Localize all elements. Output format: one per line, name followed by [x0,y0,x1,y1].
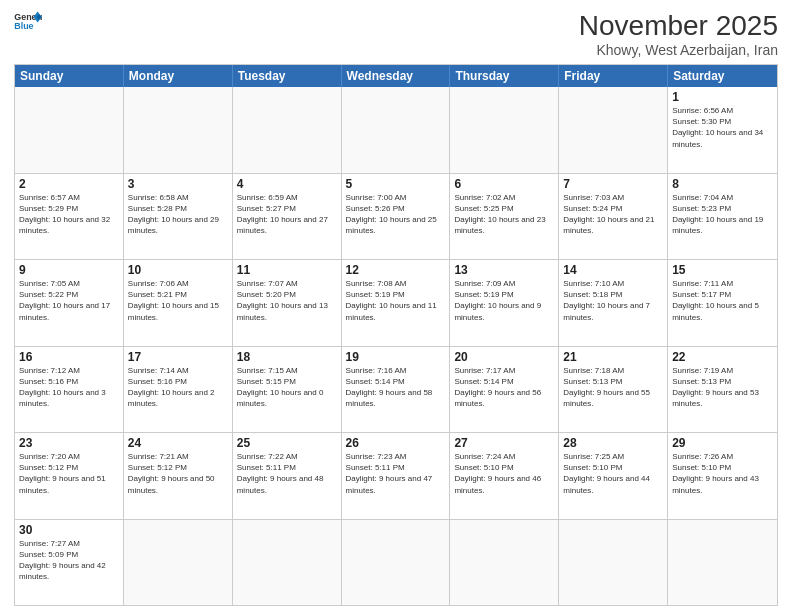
day-number: 7 [563,177,663,191]
day-info: Sunrise: 7:07 AM Sunset: 5:20 PM Dayligh… [237,278,337,323]
calendar-row-4: 23Sunrise: 7:20 AM Sunset: 5:12 PM Dayli… [15,432,777,519]
day-number: 3 [128,177,228,191]
calendar-cell: 17Sunrise: 7:14 AM Sunset: 5:16 PM Dayli… [124,347,233,433]
day-number: 10 [128,263,228,277]
day-number: 15 [672,263,773,277]
calendar-cell: 29Sunrise: 7:26 AM Sunset: 5:10 PM Dayli… [668,433,777,519]
calendar-cell [450,87,559,173]
calendar-cell: 22Sunrise: 7:19 AM Sunset: 5:13 PM Dayli… [668,347,777,433]
title-block: November 2025 Khowy, West Azerbaijan, Ir… [579,10,778,58]
day-info: Sunrise: 6:59 AM Sunset: 5:27 PM Dayligh… [237,192,337,237]
calendar-cell: 14Sunrise: 7:10 AM Sunset: 5:18 PM Dayli… [559,260,668,346]
generalblue-logo-icon: General Blue [14,10,42,32]
day-info: Sunrise: 7:15 AM Sunset: 5:15 PM Dayligh… [237,365,337,410]
calendar-row-0: 1Sunrise: 6:56 AM Sunset: 5:30 PM Daylig… [15,87,777,173]
day-number: 13 [454,263,554,277]
day-number: 29 [672,436,773,450]
day-info: Sunrise: 7:17 AM Sunset: 5:14 PM Dayligh… [454,365,554,410]
month-title: November 2025 [579,10,778,42]
day-info: Sunrise: 7:08 AM Sunset: 5:19 PM Dayligh… [346,278,446,323]
day-info: Sunrise: 7:20 AM Sunset: 5:12 PM Dayligh… [19,451,119,496]
calendar-cell: 2Sunrise: 6:57 AM Sunset: 5:29 PM Daylig… [15,174,124,260]
day-number: 4 [237,177,337,191]
calendar-cell: 30Sunrise: 7:27 AM Sunset: 5:09 PM Dayli… [15,520,124,606]
day-number: 25 [237,436,337,450]
calendar-row-5: 30Sunrise: 7:27 AM Sunset: 5:09 PM Dayli… [15,519,777,606]
calendar-cell: 20Sunrise: 7:17 AM Sunset: 5:14 PM Dayli… [450,347,559,433]
day-info: Sunrise: 7:05 AM Sunset: 5:22 PM Dayligh… [19,278,119,323]
day-info: Sunrise: 7:04 AM Sunset: 5:23 PM Dayligh… [672,192,773,237]
day-number: 20 [454,350,554,364]
calendar-cell: 27Sunrise: 7:24 AM Sunset: 5:10 PM Dayli… [450,433,559,519]
calendar-cell: 13Sunrise: 7:09 AM Sunset: 5:19 PM Dayli… [450,260,559,346]
day-number: 26 [346,436,446,450]
day-number: 8 [672,177,773,191]
calendar-cell: 23Sunrise: 7:20 AM Sunset: 5:12 PM Dayli… [15,433,124,519]
calendar-cell: 19Sunrise: 7:16 AM Sunset: 5:14 PM Dayli… [342,347,451,433]
calendar-cell [124,87,233,173]
calendar-cell [342,520,451,606]
weekday-header-sunday: Sunday [15,65,124,87]
calendar-cell: 26Sunrise: 7:23 AM Sunset: 5:11 PM Dayli… [342,433,451,519]
calendar-cell: 4Sunrise: 6:59 AM Sunset: 5:27 PM Daylig… [233,174,342,260]
location: Khowy, West Azerbaijan, Iran [579,42,778,58]
day-info: Sunrise: 7:25 AM Sunset: 5:10 PM Dayligh… [563,451,663,496]
day-info: Sunrise: 7:14 AM Sunset: 5:16 PM Dayligh… [128,365,228,410]
calendar-cell: 6Sunrise: 7:02 AM Sunset: 5:25 PM Daylig… [450,174,559,260]
day-number: 9 [19,263,119,277]
day-info: Sunrise: 7:12 AM Sunset: 5:16 PM Dayligh… [19,365,119,410]
day-number: 28 [563,436,663,450]
day-info: Sunrise: 7:06 AM Sunset: 5:21 PM Dayligh… [128,278,228,323]
day-number: 12 [346,263,446,277]
day-info: Sunrise: 7:03 AM Sunset: 5:24 PM Dayligh… [563,192,663,237]
day-number: 1 [672,90,773,104]
calendar-cell: 1Sunrise: 6:56 AM Sunset: 5:30 PM Daylig… [668,87,777,173]
weekday-header-monday: Monday [124,65,233,87]
calendar-cell [450,520,559,606]
calendar-cell [233,87,342,173]
day-number: 21 [563,350,663,364]
day-number: 17 [128,350,228,364]
svg-text:Blue: Blue [14,21,33,31]
day-number: 27 [454,436,554,450]
calendar-body: 1Sunrise: 6:56 AM Sunset: 5:30 PM Daylig… [15,87,777,605]
weekday-header-saturday: Saturday [668,65,777,87]
calendar: SundayMondayTuesdayWednesdayThursdayFrid… [14,64,778,606]
calendar-row-2: 9Sunrise: 7:05 AM Sunset: 5:22 PM Daylig… [15,259,777,346]
day-info: Sunrise: 7:09 AM Sunset: 5:19 PM Dayligh… [454,278,554,323]
calendar-cell [559,87,668,173]
day-number: 14 [563,263,663,277]
day-info: Sunrise: 7:00 AM Sunset: 5:26 PM Dayligh… [346,192,446,237]
weekday-header-tuesday: Tuesday [233,65,342,87]
day-number: 19 [346,350,446,364]
weekday-header-friday: Friday [559,65,668,87]
calendar-cell [559,520,668,606]
calendar-cell [233,520,342,606]
calendar-row-1: 2Sunrise: 6:57 AM Sunset: 5:29 PM Daylig… [15,173,777,260]
day-info: Sunrise: 7:21 AM Sunset: 5:12 PM Dayligh… [128,451,228,496]
header: General Blue November 2025 Khowy, West A… [14,10,778,58]
calendar-cell: 15Sunrise: 7:11 AM Sunset: 5:17 PM Dayli… [668,260,777,346]
calendar-cell: 8Sunrise: 7:04 AM Sunset: 5:23 PM Daylig… [668,174,777,260]
calendar-row-3: 16Sunrise: 7:12 AM Sunset: 5:16 PM Dayli… [15,346,777,433]
page: General Blue November 2025 Khowy, West A… [0,0,792,612]
day-info: Sunrise: 7:23 AM Sunset: 5:11 PM Dayligh… [346,451,446,496]
day-info: Sunrise: 6:57 AM Sunset: 5:29 PM Dayligh… [19,192,119,237]
calendar-cell: 3Sunrise: 6:58 AM Sunset: 5:28 PM Daylig… [124,174,233,260]
day-info: Sunrise: 7:22 AM Sunset: 5:11 PM Dayligh… [237,451,337,496]
logo: General Blue [14,10,42,32]
day-info: Sunrise: 6:58 AM Sunset: 5:28 PM Dayligh… [128,192,228,237]
calendar-cell: 16Sunrise: 7:12 AM Sunset: 5:16 PM Dayli… [15,347,124,433]
day-number: 11 [237,263,337,277]
calendar-cell [342,87,451,173]
day-number: 22 [672,350,773,364]
calendar-cell: 24Sunrise: 7:21 AM Sunset: 5:12 PM Dayli… [124,433,233,519]
weekday-header-wednesday: Wednesday [342,65,451,87]
calendar-header: SundayMondayTuesdayWednesdayThursdayFrid… [15,65,777,87]
calendar-cell: 18Sunrise: 7:15 AM Sunset: 5:15 PM Dayli… [233,347,342,433]
calendar-cell [668,520,777,606]
day-number: 23 [19,436,119,450]
calendar-cell: 12Sunrise: 7:08 AM Sunset: 5:19 PM Dayli… [342,260,451,346]
calendar-cell: 5Sunrise: 7:00 AM Sunset: 5:26 PM Daylig… [342,174,451,260]
calendar-cell: 11Sunrise: 7:07 AM Sunset: 5:20 PM Dayli… [233,260,342,346]
